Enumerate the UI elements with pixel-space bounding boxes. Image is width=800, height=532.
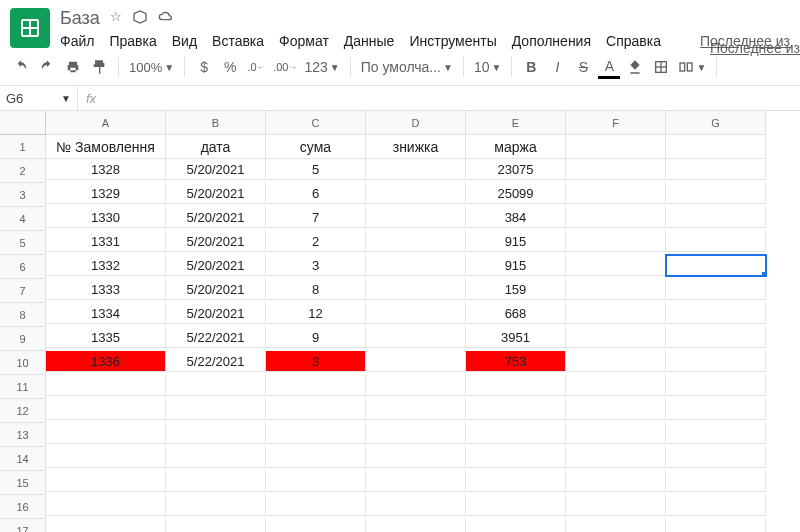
cell-B8[interactable]: 5/20/2021 [166,303,266,324]
cell-E8[interactable]: 668 [466,303,566,324]
cell-F4[interactable] [566,207,666,228]
cell-B14[interactable] [166,447,266,468]
menu-addons[interactable]: Дополнения [512,33,591,49]
cell-B5[interactable]: 5/20/2021 [166,231,266,252]
cell-A12[interactable] [46,399,166,420]
cell-G17[interactable] [666,519,766,532]
cell-C2[interactable]: 5 [266,159,366,180]
cell-C11[interactable] [266,375,366,396]
menu-insert[interactable]: Вставка [212,33,264,49]
col-header-B[interactable]: B [166,111,266,135]
cell-G16[interactable] [666,495,766,516]
cell-D7[interactable] [366,279,466,300]
undo-button[interactable] [10,55,32,79]
cell-E5[interactable]: 915 [466,231,566,252]
menu-tools[interactable]: Инструменты [409,33,496,49]
cell-E15[interactable] [466,471,566,492]
zoom-select[interactable]: 100%▼ [127,55,176,79]
cell-G1[interactable] [666,135,766,159]
cell-A5[interactable]: 1331 [46,231,166,252]
cell-E14[interactable] [466,447,566,468]
cell-A14[interactable] [46,447,166,468]
cell-B11[interactable] [166,375,266,396]
star-icon[interactable]: ☆ [110,9,122,28]
last-edit-link[interactable]: Последнее из [710,40,800,56]
menu-edit[interactable]: Правка [109,33,156,49]
cell-B7[interactable]: 5/20/2021 [166,279,266,300]
cell-F9[interactable] [566,327,666,348]
cell-E13[interactable] [466,423,566,444]
cell-G11[interactable] [666,375,766,396]
cell-G10[interactable] [666,351,766,372]
cell-B2[interactable]: 5/20/2021 [166,159,266,180]
cell-D12[interactable] [366,399,466,420]
percent-button[interactable]: % [219,55,241,79]
cell-C15[interactable] [266,471,366,492]
cell-G4[interactable] [666,207,766,228]
cell-D14[interactable] [366,447,466,468]
cell-G12[interactable] [666,399,766,420]
row-header-3[interactable]: 3 [0,183,46,207]
cell-G5[interactable] [666,231,766,252]
cell-C10[interactable]: 3 [266,351,366,372]
cell-D17[interactable] [366,519,466,532]
cell-D13[interactable] [366,423,466,444]
cell-G3[interactable] [666,183,766,204]
cell-C3[interactable]: 6 [266,183,366,204]
doc-title[interactable]: База [60,8,100,29]
cell-E6[interactable]: 915 [466,255,566,276]
cell-F17[interactable] [566,519,666,532]
cell-B3[interactable]: 5/20/2021 [166,183,266,204]
cell-A9[interactable]: 1335 [46,327,166,348]
cell-F7[interactable] [566,279,666,300]
cell-F13[interactable] [566,423,666,444]
formula-bar[interactable] [104,86,800,110]
col-header-F[interactable]: F [566,111,666,135]
row-header-11[interactable]: 11 [0,375,46,399]
cell-C16[interactable] [266,495,366,516]
bold-button[interactable]: B [520,55,542,79]
cell-F14[interactable] [566,447,666,468]
cell-A17[interactable] [46,519,166,532]
cell-D15[interactable] [366,471,466,492]
cell-D9[interactable] [366,327,466,348]
row-header-5[interactable]: 5 [0,231,46,255]
row-header-1[interactable]: 1 [0,135,46,159]
cell-A16[interactable] [46,495,166,516]
cell-F3[interactable] [566,183,666,204]
cell-B13[interactable] [166,423,266,444]
cell-B6[interactable]: 5/20/2021 [166,255,266,276]
redo-button[interactable] [36,55,58,79]
select-all-corner[interactable] [0,111,46,135]
cell-E11[interactable] [466,375,566,396]
cell-G13[interactable] [666,423,766,444]
cell-D10[interactable] [366,351,466,372]
cell-D6[interactable] [366,255,466,276]
col-header-A[interactable]: A [46,111,166,135]
sheets-logo[interactable] [10,8,50,48]
cell-A11[interactable] [46,375,166,396]
print-button[interactable] [62,55,84,79]
cell-A6[interactable]: 1332 [46,255,166,276]
cell-F2[interactable] [566,159,666,180]
cell-E16[interactable] [466,495,566,516]
cell-G8[interactable] [666,303,766,324]
menu-help[interactable]: Справка [606,33,661,49]
row-header-7[interactable]: 7 [0,279,46,303]
cell-D16[interactable] [366,495,466,516]
strike-button[interactable]: S [572,55,594,79]
move-icon[interactable] [132,9,148,28]
fontsize-select[interactable]: 10▼ [472,55,503,79]
cell-C17[interactable] [266,519,366,532]
cell-E12[interactable] [466,399,566,420]
menu-data[interactable]: Данные [344,33,395,49]
cell-G2[interactable] [666,159,766,180]
cell-C9[interactable]: 9 [266,327,366,348]
cell-B17[interactable] [166,519,266,532]
cell-E17[interactable] [466,519,566,532]
cell-C6[interactable]: 3 [266,255,366,276]
cell-B10[interactable]: 5/22/2021 [166,351,266,372]
cell-E7[interactable]: 159 [466,279,566,300]
row-header-8[interactable]: 8 [0,303,46,327]
cell-A4[interactable]: 1330 [46,207,166,228]
